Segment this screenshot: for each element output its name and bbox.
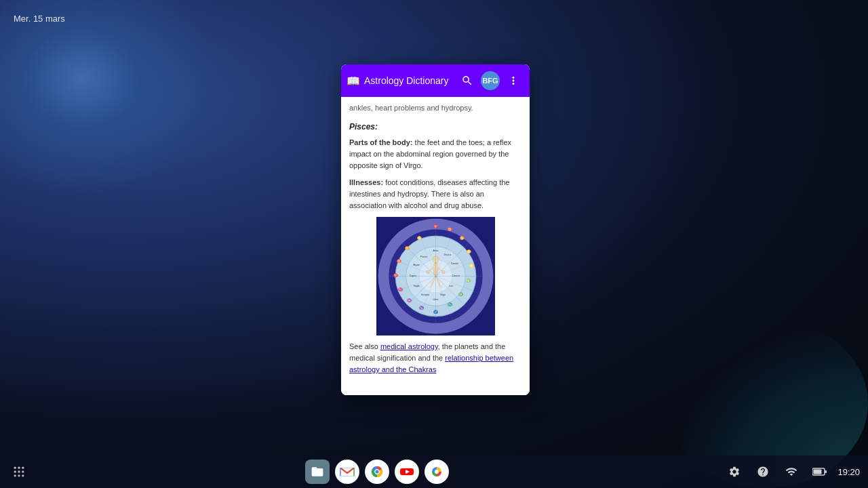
svg-point-68 xyxy=(375,470,378,474)
zodiac-wheel-container: ♈ ♉ ♊ ♋ ♌ ♍ ♎ ♏ ♐ ♑ ♒ ♓ ♈ ♉ ♊ ♋ xyxy=(349,217,521,336)
svg-point-59 xyxy=(18,474,20,476)
svg-text:♈: ♈ xyxy=(393,272,397,277)
parts-of-body-text: Parts of the body: the feet and the toes… xyxy=(349,137,521,171)
pisces-title: Pisces: xyxy=(349,121,521,133)
wifi-icon[interactable] xyxy=(781,461,802,483)
planet-decoration xyxy=(0,0,217,197)
svg-text:♓: ♓ xyxy=(397,287,402,291)
zodiac-wheel: ♈ ♉ ♊ ♋ ♌ ♍ ♎ ♏ ♐ ♑ ♒ ♓ ♈ ♉ ♊ ♋ xyxy=(373,217,498,336)
app-window: 📖 Astrology Dictionary BFG ankles, heart… xyxy=(341,64,530,395)
battery-icon xyxy=(809,461,831,483)
svg-text:Libra: Libra xyxy=(433,298,438,300)
svg-point-54 xyxy=(22,467,24,469)
taskbar-status: 19:20 xyxy=(724,461,860,483)
svg-point-52 xyxy=(14,467,16,469)
svg-text:♐: ♐ xyxy=(433,310,438,314)
desktop-date: Mer. 15 mars xyxy=(14,14,65,24)
illness-text: Illnesses: foot conditions, diseases aff… xyxy=(349,177,521,211)
svg-text:Sagitt.: Sagitt. xyxy=(413,285,420,287)
chrome-app-icon[interactable] xyxy=(365,460,389,484)
app-title-bar: 📖 Astrology Dictionary xyxy=(347,75,456,87)
files-app-icon[interactable] xyxy=(305,460,330,484)
search-button[interactable] xyxy=(456,70,478,92)
gmail-app-icon[interactable] xyxy=(335,460,359,484)
book-icon: 📖 xyxy=(347,75,360,87)
svg-text:Cancer: Cancer xyxy=(452,274,460,277)
illness-label: Illnesses: xyxy=(349,178,383,186)
more-options-button[interactable] xyxy=(502,70,524,92)
parts-label: Parts of the body: xyxy=(349,138,413,146)
app-toolbar: 📖 Astrology Dictionary BFG xyxy=(341,64,530,97)
svg-text:♋: ♋ xyxy=(467,249,471,253)
taskbar-left xyxy=(8,461,30,483)
svg-text:♏: ♏ xyxy=(448,302,452,307)
svg-text:Capric.: Capric. xyxy=(409,274,416,277)
svg-text:♈: ♈ xyxy=(433,224,438,229)
svg-point-57 xyxy=(22,470,24,472)
youtube-app-icon[interactable] xyxy=(395,460,419,484)
see-also-prefix: See also xyxy=(349,342,380,350)
taskbar-apps xyxy=(305,460,449,484)
svg-text:Virgo: Virgo xyxy=(439,293,445,296)
launcher-button[interactable] xyxy=(8,461,30,483)
svg-text:Aries: Aries xyxy=(433,249,438,252)
user-avatar[interactable]: BFG xyxy=(481,71,500,90)
svg-text:♊: ♊ xyxy=(459,236,464,241)
svg-text:Aquar.: Aquar. xyxy=(413,264,420,266)
svg-text:♎: ♎ xyxy=(458,291,462,296)
toolbar-actions: BFG xyxy=(456,70,524,92)
svg-point-55 xyxy=(14,470,16,472)
svg-rect-75 xyxy=(825,470,827,473)
svg-point-60 xyxy=(22,474,24,476)
svg-text:♉: ♉ xyxy=(448,227,452,232)
gplus-app-icon[interactable] xyxy=(425,460,449,484)
top-text: ankles, heart problems and hydropsy. xyxy=(349,102,521,114)
svg-text:♒: ♒ xyxy=(406,298,411,303)
app-content[interactable]: ankles, heart problems and hydropsy. Pis… xyxy=(341,97,530,395)
help-icon[interactable] xyxy=(752,461,774,483)
svg-text:Pisces: Pisces xyxy=(420,255,427,258)
taskbar: 19:20 xyxy=(0,455,868,488)
svg-point-53 xyxy=(18,467,20,469)
app-title-text: Astrology Dictionary xyxy=(364,75,449,86)
settings-icon[interactable] xyxy=(724,461,745,483)
svg-point-56 xyxy=(18,470,20,472)
medical-astrology-link[interactable]: medical astrology xyxy=(380,342,438,350)
svg-text:♌: ♌ xyxy=(469,263,473,268)
system-time: 19:20 xyxy=(837,467,860,477)
svg-text:♊: ♊ xyxy=(405,246,410,251)
svg-rect-76 xyxy=(814,470,822,474)
svg-point-58 xyxy=(14,474,16,476)
svg-text:♉: ♉ xyxy=(396,258,401,263)
svg-text:♑: ♑ xyxy=(419,305,424,310)
see-also-section: See also medical astrology, the planets … xyxy=(349,341,521,375)
svg-point-73 xyxy=(435,470,439,474)
svg-text:♍: ♍ xyxy=(466,279,471,283)
svg-text:Leo: Leo xyxy=(449,285,453,287)
svg-text:Scorpio: Scorpio xyxy=(420,293,429,296)
svg-text:♋: ♋ xyxy=(416,236,421,241)
svg-text:Taurus: Taurus xyxy=(443,253,451,256)
svg-text:Gemini: Gemini xyxy=(450,262,458,265)
